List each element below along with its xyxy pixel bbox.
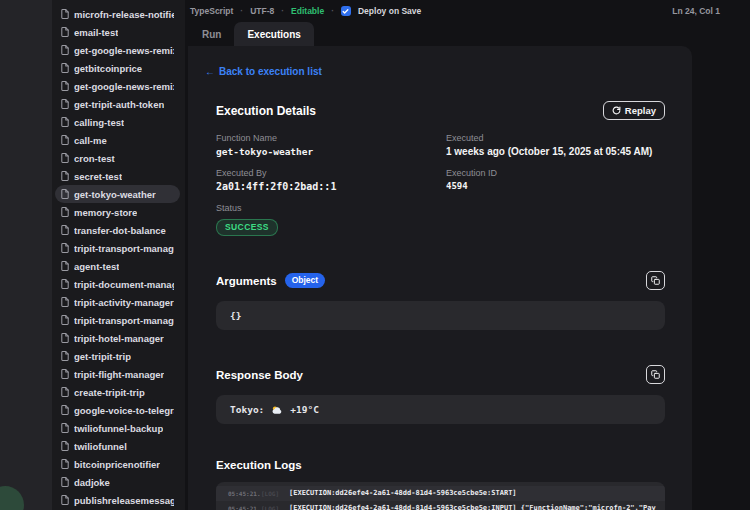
tab-run[interactable]: Run: [189, 22, 234, 46]
sidebar-item-label: call-me: [74, 135, 107, 146]
sidebar-item-function[interactable]: tripit-document-manager: [55, 275, 180, 293]
file-icon: [61, 297, 69, 307]
sidebar-item-function[interactable]: get-tripit-trip: [55, 347, 180, 365]
sidebar-item-function[interactable]: call-me: [55, 131, 180, 149]
deploy-on-save-label: Deploy on Save: [358, 6, 421, 16]
response-temperature: +19°C: [290, 404, 319, 415]
sidebar-item-label: tripit-hotel-manager: [74, 333, 164, 344]
copy-icon: [651, 370, 660, 379]
log-row: 05:45:21. [LOG] [EXECUTION:dd26efe4-2a61…: [216, 501, 665, 510]
execution-id-value: 4594: [446, 181, 665, 191]
sidebar-item-function[interactable]: get-google-news-remix-4...: [55, 41, 180, 59]
sidebar-item-function[interactable]: twiliofunnel-backup: [55, 419, 180, 437]
sidebar-item-label: get-tokyo-weather: [74, 189, 156, 200]
separator-dot: ·: [281, 6, 284, 16]
file-icon: [61, 81, 69, 91]
sidebar-item-function[interactable]: tripit-flight-manager: [55, 365, 180, 383]
field-label: Executed By: [216, 168, 446, 178]
log-message: [EXECUTION:dd26efe4-2a61-48dd-81d4-5963c…: [289, 503, 659, 510]
replay-button[interactable]: Replay: [603, 101, 665, 120]
file-icon: [61, 99, 69, 109]
replay-button-label: Replay: [625, 105, 656, 116]
sidebar-item-function[interactable]: get-google-news-remix: [55, 77, 180, 95]
file-icon: [61, 135, 69, 145]
sidebar-item-label: secret-test: [74, 171, 122, 182]
sidebar-item-function[interactable]: get-tokyo-weather: [55, 185, 180, 203]
response-body-section: Response Body Tokyo: +19°C: [216, 365, 665, 424]
sidebar-item-label: tripit-document-manager: [74, 279, 174, 290]
sidebar-item-label: publishreleasemessage: [74, 495, 174, 506]
sidebar-item-label: twiliofunnel: [74, 441, 127, 452]
sidebar-item-function[interactable]: tripit-activity-manager: [55, 293, 180, 311]
sidebar-item-label: tripit-activity-manager: [74, 297, 174, 308]
check-icon: [342, 8, 349, 15]
sidebar-item-function[interactable]: agent-test: [55, 257, 180, 275]
file-icon: [61, 477, 69, 487]
sidebar-item-label: dadjoke: [74, 477, 110, 488]
field-label: Execution ID: [446, 168, 665, 178]
sidebar-item-function[interactable]: cron-test: [55, 149, 180, 167]
sidebar-item-function[interactable]: dadjoke: [55, 473, 180, 491]
field-function-name: Function Name get-tokyo-weather: [216, 133, 446, 157]
sidebar-item-function[interactable]: publishreleasemessage: [55, 491, 180, 509]
editable-badge: Editable: [291, 6, 324, 16]
sidebar-item-function[interactable]: getbitcoinprice: [55, 59, 180, 77]
sidebar-item-function[interactable]: microfn-release-notifier: [55, 5, 180, 23]
field-executed-by: Executed By 2a01:4ff:2f0:2bad::1: [216, 168, 446, 192]
arguments-content: {}: [216, 301, 665, 330]
file-icon: [61, 387, 69, 397]
sidebar-item-function[interactable]: bitcoinpricenotifier: [55, 455, 180, 473]
tab-executions[interactable]: Executions: [234, 22, 313, 46]
arguments-section: Arguments Object {}: [216, 271, 665, 330]
back-arrow-icon: ←: [205, 66, 215, 77]
sidebar-item-label: agent-test: [74, 261, 119, 272]
sidebar-item-function[interactable]: calling-test: [55, 113, 180, 131]
sidebar-item-label: calling-test: [74, 117, 124, 128]
sidebar-item-label: get-google-news-remix-4...: [74, 45, 174, 56]
file-icon: [61, 153, 69, 163]
field-executed: Executed 1 weeks ago (October 15, 2025 a…: [446, 133, 665, 157]
back-link-label: Back to execution list: [219, 66, 322, 77]
sidebar-item-function[interactable]: twiliofunnel: [55, 437, 180, 455]
sidebar-item-function[interactable]: google-voice-to-telegram: [55, 401, 180, 419]
file-icon: [61, 225, 69, 235]
tabbar: Run Executions: [185, 22, 750, 46]
sidebar-item-label: cron-test: [74, 153, 115, 164]
sidebar-item-label: get-tripit-trip: [74, 351, 131, 362]
sidebar-item-label: transfer-dot-balance: [74, 225, 166, 236]
sidebar-item-function[interactable]: tripit-hotel-manager: [55, 329, 180, 347]
arguments-type-badge: Object: [285, 273, 325, 288]
file-icon: [61, 351, 69, 361]
file-icon: [61, 207, 69, 217]
arguments-title: Arguments: [216, 275, 277, 287]
left-rail: [0, 0, 52, 510]
sidebar-item-label: tripit-flight-manager: [74, 369, 164, 380]
file-icon: [61, 189, 69, 199]
sidebar-item-function[interactable]: get-tripit-auth-token: [55, 95, 180, 113]
function-name-value: get-tokyo-weather: [216, 146, 446, 157]
field-label: Function Name: [216, 133, 446, 143]
encoding-label: UTF-8: [250, 6, 274, 16]
file-icon: [61, 459, 69, 469]
language-label: TypeScript: [190, 6, 233, 16]
file-icon: [61, 279, 69, 289]
deploy-on-save-checkbox[interactable]: [341, 6, 351, 16]
sidebar-item-function[interactable]: memory-store: [55, 203, 180, 221]
copy-response-button[interactable]: [646, 365, 665, 384]
sidebar-item-function[interactable]: tripit-transport-manager: [55, 311, 180, 329]
editor-statusbar: TypeScript · UTF-8 · Editable · Deploy o…: [185, 0, 750, 22]
back-to-execution-list-link[interactable]: ← Back to execution list: [205, 66, 322, 77]
sidebar-item-function[interactable]: tripit-transport-manager-f...: [55, 239, 180, 257]
file-icon: [61, 369, 69, 379]
file-icon: [61, 9, 69, 19]
execution-logs-section: Execution Logs 05:45:21. [LOG] [EXECUTIO…: [216, 459, 665, 510]
sidebar-item-function[interactable]: transfer-dot-balance: [55, 221, 180, 239]
sidebar-item-function[interactable]: create-tripit-trip: [55, 383, 180, 401]
copy-arguments-button[interactable]: [646, 271, 665, 290]
file-icon: [61, 171, 69, 181]
sidebar-item-function[interactable]: secret-test: [55, 167, 180, 185]
sidebar-item-function[interactable]: email-test: [55, 23, 180, 41]
separator-dot: ·: [331, 6, 334, 16]
field-label: Status: [216, 203, 446, 213]
response-body-title: Response Body: [216, 369, 303, 381]
